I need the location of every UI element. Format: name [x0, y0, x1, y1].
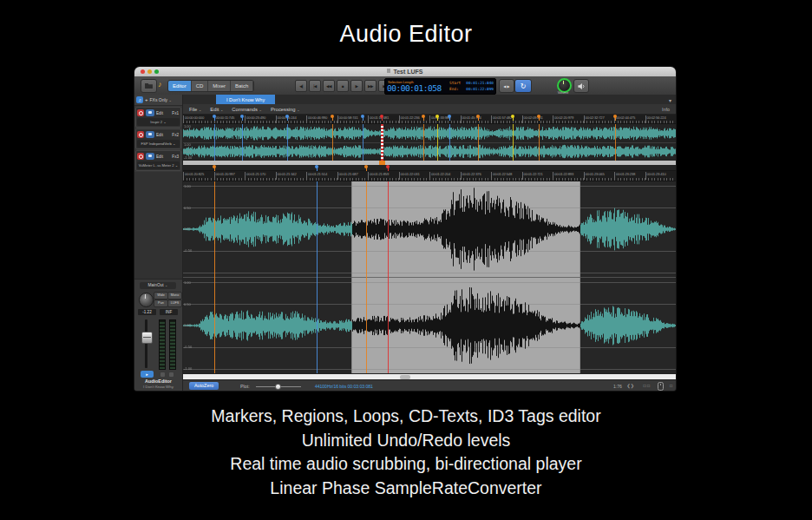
- meter-option-icon[interactable]: [160, 372, 165, 377]
- volume-fader-track: [145, 319, 147, 368]
- fx-bypass-icon[interactable]: [137, 153, 144, 160]
- editor-content: ♫ + FXs Only ⌄ EditFx1Inspir 2 ⌄EditFx2F…: [134, 95, 676, 391]
- zoom-button[interactable]: [154, 69, 159, 74]
- plot-slider[interactable]: [256, 386, 301, 387]
- speaker-button[interactable]: [573, 79, 589, 93]
- transport-button-4[interactable]: ▶: [350, 80, 363, 92]
- loop-button[interactable]: ↻: [514, 79, 532, 93]
- overview-playhead[interactable]: [381, 124, 383, 161]
- volume-fader-handle[interactable]: [141, 332, 153, 344]
- toolbar: ♪ EditorCDMixerBatch ◀||◀◀◀■▶▶▶▶| Select…: [134, 76, 676, 95]
- marker-pin[interactable]: [513, 115, 514, 121]
- marker-pin[interactable]: [214, 115, 215, 121]
- lufs-button[interactable]: LUFS: [167, 299, 182, 307]
- fx-edit-button[interactable]: Edit: [156, 155, 163, 159]
- marker-pin[interactable]: [363, 115, 363, 121]
- marker-pin[interactable]: [214, 165, 215, 171]
- transport-button-1[interactable]: |◀: [309, 80, 321, 92]
- overview-ruler[interactable]: 00:00:00:00000:00:11:74500:00:23:49000:0…: [183, 115, 676, 124]
- ruler-label: 00:01:23:065: [584, 172, 605, 180]
- overview-waveform[interactable]: 1.000.001.000.00-1.00: [183, 124, 676, 161]
- fx-slot-label: Fx2: [172, 133, 179, 137]
- output-select[interactable]: MainOut ⌄: [140, 282, 176, 289]
- fx-preset-icon[interactable]: [146, 109, 154, 116]
- marker-pin[interactable]: [478, 115, 479, 121]
- open-file-button[interactable]: [141, 79, 157, 93]
- fx-plugin-select[interactable]: Inspir 2 ⌄: [137, 118, 180, 126]
- pan-button[interactable]: Pan: [154, 299, 168, 307]
- fx-mode-select[interactable]: FXs Only ⌄: [150, 97, 172, 102]
- peak-value[interactable]: INF: [160, 309, 178, 315]
- fx-bypass-icon[interactable]: [137, 131, 144, 138]
- info-label[interactable]: Info: [662, 107, 670, 112]
- snap-icon[interactable]: □ □: [644, 383, 650, 388]
- zoom-out-icon[interactable]: ❮❯: [627, 383, 634, 388]
- marker-pin[interactable]: [437, 115, 438, 121]
- main-waveform[interactable]: 1.000.500.00-0.501.000.500.00-0.50-1.00: [183, 181, 676, 373]
- menu-file[interactable]: File ⌄: [189, 107, 201, 112]
- plot-slider-thumb[interactable]: [275, 384, 281, 390]
- tab-mixer[interactable]: Mixer: [208, 81, 231, 91]
- add-fx-button[interactable]: +: [145, 97, 148, 102]
- meter-option-icon-2[interactable]: [169, 372, 174, 377]
- marker-pin[interactable]: [242, 115, 243, 121]
- transport-button-0[interactable]: ◀|: [295, 80, 307, 92]
- transport-button-2[interactable]: ◀◀: [323, 80, 335, 92]
- main-ruler[interactable]: 00:01:20:82500:01:20:99700:01:21:17000:0…: [183, 171, 676, 181]
- marker-pin[interactable]: [382, 115, 383, 121]
- marker-pin[interactable]: [449, 115, 450, 121]
- menu-processing[interactable]: Processing ⌄: [271, 107, 300, 112]
- tab-editor[interactable]: Editor: [168, 81, 192, 91]
- marker-pin[interactable]: [423, 115, 424, 121]
- gain-value[interactable]: -1.22: [138, 309, 156, 315]
- start-label: Start: [449, 81, 461, 85]
- marker-pin[interactable]: [539, 115, 540, 121]
- mouse-mode-icon[interactable]: [658, 382, 664, 391]
- fx-edit-button[interactable]: Edit: [156, 111, 163, 115]
- marker-pin[interactable]: [332, 115, 333, 121]
- mono-button[interactable]: Mono: [167, 292, 182, 299]
- fx-preset-icon[interactable]: [146, 153, 154, 160]
- scrub-button[interactable]: ◀ ▶: [499, 79, 514, 93]
- tab-list-icon[interactable]: ▾: [669, 97, 671, 103]
- fx-preset-icon[interactable]: [146, 131, 154, 138]
- close-button[interactable]: [141, 69, 145, 74]
- marker-pin[interactable]: [615, 115, 616, 121]
- window-titlebar[interactable]: Test LUFS: [134, 67, 676, 76]
- ruler-label: 00:01:22:031: [399, 172, 420, 180]
- fx-plugin-select[interactable]: FSP IndependVerb ⌄: [137, 140, 180, 148]
- ruler-label: 00:02:32:727: [584, 115, 605, 123]
- fx-sidebar: ♫ + FXs Only ⌄ EditFx1Inspir 2 ⌄EditFx2F…: [134, 95, 183, 391]
- minimize-button[interactable]: [147, 69, 152, 74]
- horizontal-scroll-thumb[interactable]: [400, 375, 410, 379]
- tab-batch[interactable]: Batch: [231, 81, 253, 91]
- ruler-label: 00:02:20:979: [553, 115, 573, 123]
- fx-plugin-select[interactable]: VuMeter L..ss Meter 2 ⌄: [137, 161, 180, 169]
- marker-lane[interactable]: [183, 165, 676, 171]
- fx-edit-button[interactable]: Edit: [156, 133, 163, 137]
- transport-button-3[interactable]: ■: [337, 80, 349, 92]
- fx-bypass-icon[interactable]: [137, 109, 144, 116]
- pan-knob[interactable]: [139, 293, 154, 307]
- transport-button-5[interactable]: ▶▶: [364, 80, 377, 92]
- marker-pin-head: [476, 115, 480, 118]
- fx-slot-label: Fx3: [172, 155, 179, 159]
- ruler-label: 00:01:23:238: [614, 172, 635, 180]
- caption-line: Real time audio scrubbing, bi-directiona…: [0, 452, 812, 477]
- menu-commands[interactable]: Commands ⌄: [232, 107, 262, 112]
- tab-cd[interactable]: CD: [192, 81, 209, 91]
- tool-icon[interactable]: □: [670, 383, 672, 388]
- menu-edit[interactable]: Edit ⌄: [210, 107, 223, 112]
- marker-pin-head: [448, 115, 451, 118]
- wide-button[interactable]: Wide: [154, 292, 168, 299]
- overview-waveform-canvas[interactable]: [183, 124, 676, 161]
- mixer-mode-button[interactable]: ▸: [141, 371, 154, 378]
- marker-pin[interactable]: [287, 115, 288, 121]
- horizontal-scrollbar[interactable]: [183, 373, 676, 379]
- amplitude-scale-label: 0.00: [184, 324, 191, 327]
- main-waveform-canvas[interactable]: [183, 181, 676, 373]
- marker-pin[interactable]: [366, 165, 367, 171]
- marker-pin[interactable]: [388, 165, 389, 171]
- marker-pin[interactable]: [317, 165, 318, 171]
- autozero-button[interactable]: AutoZero: [189, 382, 219, 390]
